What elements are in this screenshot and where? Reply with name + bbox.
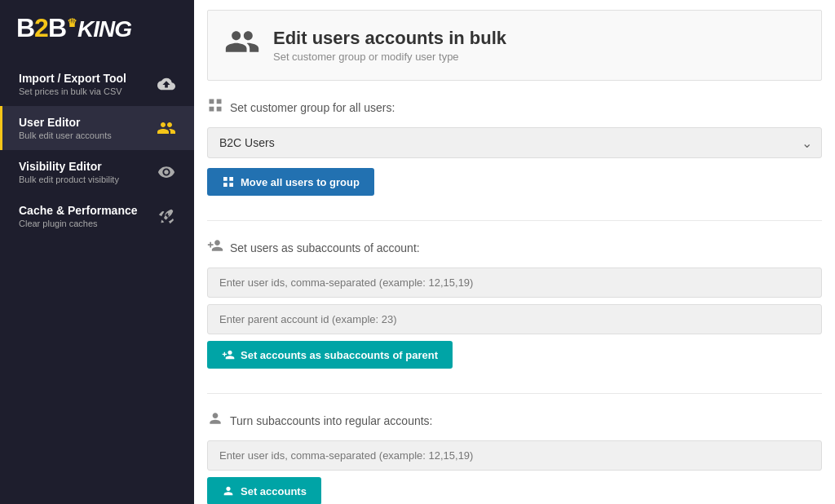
set-accounts-button[interactable]: Set accounts xyxy=(207,477,321,504)
logo-crown: ♛ xyxy=(67,17,77,29)
page-title: Edit users accounts in bulk xyxy=(273,28,506,49)
page-header: Edit users accounts in bulk Set customer… xyxy=(207,10,822,81)
user-ids-input[interactable] xyxy=(207,267,822,298)
section-turn-regular: Turn subaccounts into regular accounts: … xyxy=(207,410,822,504)
sidebar-item-user-editor-text: User Editor Bulk edit user accounts xyxy=(19,116,148,140)
section-customer-group-label: Set customer group for all users: xyxy=(207,97,822,117)
subaccount-user-ids-input[interactable] xyxy=(207,440,822,471)
eye-icon xyxy=(155,161,178,183)
sidebar-item-import-export-text: Import / Export Tool Set prices in bulk … xyxy=(19,72,148,96)
customer-group-select[interactable]: B2C Users B2B Users Wholesale Retail xyxy=(207,127,822,158)
sidebar-item-visibility-editor-subtitle: Bulk edit product visibility xyxy=(19,175,148,184)
section-turn-regular-label: Turn subaccounts into regular accounts: xyxy=(207,410,822,431)
divider-2 xyxy=(207,393,822,394)
sidebar-item-visibility-editor-text: Visibility Editor Bulk edit product visi… xyxy=(19,160,148,184)
main-content: Edit users accounts in bulk Set customer… xyxy=(194,0,835,504)
logo-b2: B xyxy=(16,13,34,42)
sidebar-item-import-export-subtitle: Set prices in bulk via CSV xyxy=(19,86,148,96)
rocket-icon xyxy=(155,205,178,228)
logo-king: KING xyxy=(77,16,131,42)
set-subaccounts-label: Set accounts as subaccounts of parent xyxy=(241,349,438,361)
section-subaccounts-label: Set users as subaccounts of account: xyxy=(207,237,822,258)
sidebar-item-user-editor-title: User Editor xyxy=(19,116,148,129)
add-user-icon xyxy=(207,237,223,258)
page-subtitle: Set customer group or modify user type xyxy=(273,51,506,63)
sidebar-item-visibility-editor-title: Visibility Editor xyxy=(19,160,148,173)
users-icon xyxy=(155,117,178,139)
sidebar-item-cache-performance[interactable]: Cache & Performance Clear plugin caches xyxy=(0,194,194,238)
logo-b: B xyxy=(48,13,66,42)
sidebar-nav: Import / Export Tool Set prices in bulk … xyxy=(0,62,194,238)
move-all-users-label: Move all users to group xyxy=(241,176,360,188)
content-area: Set customer group for all users: B2C Us… xyxy=(194,81,835,504)
person-icon xyxy=(207,410,223,431)
logo: B2B♛KING xyxy=(16,15,178,41)
section1-label-text: Set customer group for all users: xyxy=(230,101,395,114)
set-subaccounts-button[interactable]: Set accounts as subaccounts of parent xyxy=(207,341,453,369)
parent-account-id-input[interactable] xyxy=(207,304,822,334)
sidebar-item-cache-performance-text: Cache & Performance Clear plugin caches xyxy=(19,204,148,228)
set-accounts-icon xyxy=(222,484,235,497)
set-subaccounts-icon xyxy=(222,348,235,361)
move-all-users-button[interactable]: Move all users to group xyxy=(207,168,374,196)
section-customer-group: Set customer group for all users: B2C Us… xyxy=(207,97,822,196)
sidebar-item-visibility-editor[interactable]: Visibility Editor Bulk edit product visi… xyxy=(0,150,194,194)
page-header-text: Edit users accounts in bulk Set customer… xyxy=(273,28,506,63)
sidebar-item-import-export-title: Import / Export Tool xyxy=(19,72,148,85)
section2-label-text: Set users as subaccounts of account: xyxy=(230,241,420,254)
sidebar-item-user-editor[interactable]: User Editor Bulk edit user accounts xyxy=(0,106,194,150)
page-header-icon xyxy=(224,24,260,67)
customer-group-select-wrapper: B2C Users B2B Users Wholesale Retail ⌄ xyxy=(207,127,822,158)
set-accounts-label: Set accounts xyxy=(241,485,307,497)
cloud-upload-icon xyxy=(155,73,178,95)
move-users-icon xyxy=(222,175,235,188)
sidebar-item-cache-performance-subtitle: Clear plugin caches xyxy=(19,219,148,228)
sidebar-item-user-editor-subtitle: Bulk edit user accounts xyxy=(19,130,148,140)
section-subaccounts: Set users as subaccounts of account: Set… xyxy=(207,237,822,369)
divider-1 xyxy=(207,220,822,221)
sidebar-item-import-export[interactable]: Import / Export Tool Set prices in bulk … xyxy=(0,62,194,106)
section3-label-text: Turn subaccounts into regular accounts: xyxy=(230,414,433,427)
logo-area: B2B♛KING xyxy=(0,0,194,55)
grid-icon xyxy=(207,97,223,117)
sidebar: B2B♛KING Import / Export Tool Set prices… xyxy=(0,0,194,504)
logo-2: 2 xyxy=(34,13,48,42)
sidebar-item-cache-performance-title: Cache & Performance xyxy=(19,204,148,217)
